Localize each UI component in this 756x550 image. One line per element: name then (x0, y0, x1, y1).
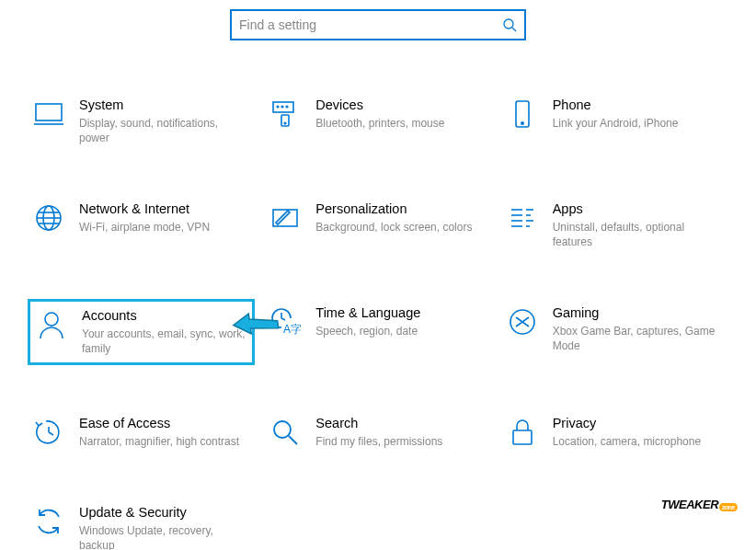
category-title: Devices (315, 97, 486, 114)
svg-point-9 (287, 106, 289, 108)
category-update-security[interactable]: Update & Security Windows Update, recove… (28, 498, 255, 550)
annotation-arrow (232, 309, 281, 340)
category-desc: Display, sound, notifications, power (79, 116, 249, 145)
apps-icon (507, 202, 538, 234)
category-title: Update & Security (79, 504, 249, 521)
category-time-language[interactable]: A字 Time & Language Speech, region, date (264, 299, 491, 364)
category-title: Gaming (553, 304, 723, 322)
search-icon (502, 17, 517, 32)
accounts-icon (36, 309, 67, 340)
category-desc: Uninstall, defaults, optional features (553, 220, 723, 249)
search-box[interactable] (230, 9, 526, 40)
category-title: Phone (553, 97, 723, 114)
category-desc: Link your Android, iPhone (553, 116, 723, 131)
category-title: Time & Language (315, 304, 486, 322)
category-title: Accounts (82, 307, 246, 325)
svg-rect-2 (36, 104, 62, 120)
category-desc: Windows Update, recovery, backup (79, 523, 249, 550)
category-title: Privacy (553, 415, 723, 432)
category-title: Search (315, 415, 486, 432)
svg-point-33 (274, 421, 291, 438)
svg-point-6 (285, 122, 287, 124)
category-gaming[interactable]: Gaming Xbox Game Bar, captures, Game Mod… (501, 299, 728, 364)
category-ease-of-access[interactable]: Ease of Access Narrator, magnifier, high… (28, 409, 255, 454)
svg-point-8 (282, 106, 284, 108)
svg-line-1 (512, 28, 516, 31)
devices-icon (269, 98, 301, 130)
category-personalization[interactable]: Personalization Background, lock screen,… (264, 195, 491, 255)
svg-line-32 (49, 432, 53, 435)
system-icon (33, 98, 64, 130)
svg-point-26 (45, 313, 58, 326)
ease-of-access-icon (33, 417, 64, 448)
svg-text:A字: A字 (283, 323, 301, 336)
watermark: TWEAKER zone (661, 498, 738, 511)
category-apps[interactable]: Apps Uninstall, defaults, optional featu… (501, 195, 728, 255)
phone-icon (507, 98, 538, 130)
personalization-icon (269, 202, 301, 234)
category-title: Network & Internet (79, 201, 249, 218)
category-desc: Wi-Fi, airplane mode, VPN (79, 220, 249, 235)
category-accounts[interactable]: Accounts Your accounts, email, sync, wor… (28, 299, 255, 364)
svg-point-11 (521, 122, 522, 124)
watermark-text: TWEAKER (661, 498, 718, 511)
category-desc: Bluetooth, printers, mouse (315, 116, 486, 131)
category-title: Ease of Access (79, 415, 249, 432)
category-desc: Speech, region, date (315, 324, 486, 338)
category-phone[interactable]: Phone Link your Android, iPhone (501, 91, 728, 151)
lock-icon (507, 417, 538, 448)
category-network[interactable]: Network & Internet Wi-Fi, airplane mode,… (28, 195, 255, 255)
gaming-icon (507, 306, 538, 338)
globe-icon (33, 202, 64, 234)
category-desc: Find my files, permissions (315, 434, 486, 449)
search-category-icon (269, 417, 301, 448)
category-privacy[interactable]: Privacy Location, camera, microphone (501, 409, 728, 454)
category-desc: Your accounts, email, sync, work, family (82, 327, 246, 356)
svg-line-34 (289, 436, 297, 444)
category-title: System (79, 97, 249, 114)
settings-grid: System Display, sound, notifications, po… (0, 40, 756, 550)
category-search[interactable]: Search Find my files, permissions (264, 409, 491, 454)
category-desc: Background, lock screen, colors (315, 220, 486, 235)
category-desc: Xbox Game Bar, captures, Game Mode (553, 324, 723, 353)
category-system[interactable]: System Display, sound, notifications, po… (28, 91, 255, 151)
category-devices[interactable]: Devices Bluetooth, printers, mouse (264, 91, 491, 151)
category-desc: Narrator, magnifier, high contrast (79, 434, 249, 449)
category-title: Apps (553, 201, 723, 218)
svg-line-28 (281, 318, 285, 320)
category-title: Personalization (315, 201, 486, 218)
watermark-zone: zone (719, 503, 738, 511)
category-desc: Location, camera, microphone (553, 434, 723, 449)
update-icon (33, 506, 64, 537)
svg-point-7 (278, 106, 280, 108)
search-input[interactable] (239, 17, 502, 32)
svg-point-0 (504, 19, 513, 29)
svg-rect-35 (513, 430, 532, 444)
